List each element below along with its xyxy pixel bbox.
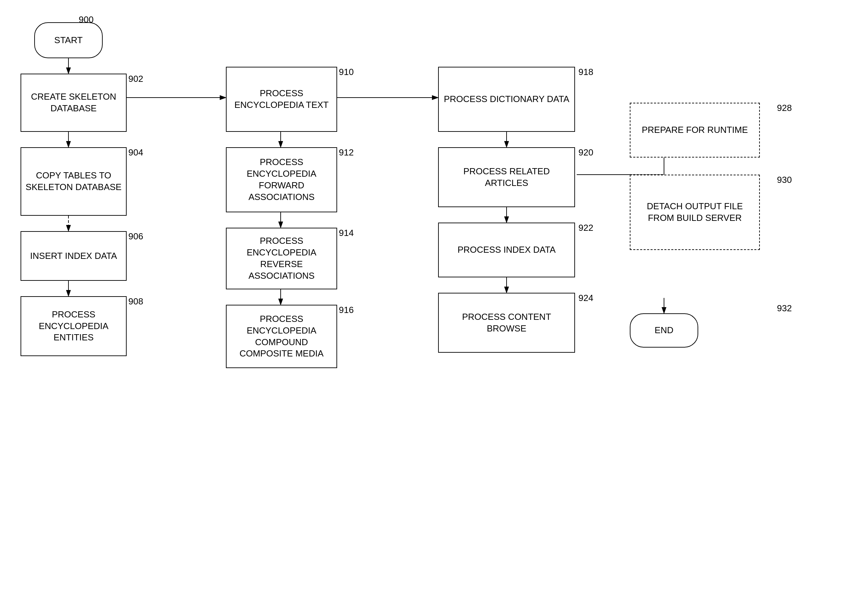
label-902: 902: [128, 73, 143, 84]
label-928: 928: [777, 103, 792, 113]
start-text: START: [55, 34, 83, 46]
label-918: 918: [578, 67, 593, 77]
node-908-text: PROCESS ENCYCLOPEDIA ENTITIES: [24, 309, 123, 343]
label-908: 908: [128, 296, 143, 307]
label-930: 930: [777, 175, 792, 185]
label-906: 906: [128, 231, 143, 242]
node-906-text: INSERT INDEX DATA: [30, 250, 117, 262]
arrows-svg: [0, 0, 868, 615]
node-920: PROCESS RELATED ARTICLES: [438, 147, 575, 207]
node-918: PROCESS DICTIONARY DATA: [438, 67, 575, 132]
node-930: DETACH OUTPUT FILE FROM BUILD SERVER: [630, 175, 760, 250]
node-930-text: DETACH OUTPUT FILE FROM BUILD SERVER: [633, 201, 756, 224]
node-928-text: PREPARE FOR RUNTIME: [642, 124, 748, 136]
node-914-text: PROCESS ENCYCLOPEDIA REVERSE ASSOCIATION…: [229, 235, 334, 281]
node-912: PROCESS ENCYCLOPEDIA FORWARD ASSOCIATION…: [226, 147, 337, 212]
node-902-text: CREATE SKELETON DATABASE: [24, 91, 123, 114]
node-916-text: PROCESS ENCYCLOPEDIA COMPOUND COMPOSITE …: [229, 313, 334, 359]
node-928: PREPARE FOR RUNTIME: [630, 103, 760, 158]
node-924: PROCESS CONTENT BROWSE: [438, 293, 575, 353]
end-text: END: [655, 325, 673, 336]
label-914: 914: [339, 228, 354, 238]
label-924: 924: [578, 293, 593, 303]
node-924-text: PROCESS CONTENT BROWSE: [441, 311, 572, 334]
label-920: 920: [578, 147, 593, 158]
start-node: START: [34, 22, 103, 58]
node-912-text: PROCESS ENCYCLOPEDIA FORWARD ASSOCIATION…: [229, 156, 334, 203]
label-904: 904: [128, 147, 143, 158]
label-916: 916: [339, 305, 354, 315]
node-910-text: PROCESS ENCYCLOPEDIA TEXT: [229, 87, 334, 111]
label-922: 922: [578, 223, 593, 233]
node-906: INSERT INDEX DATA: [20, 231, 127, 281]
end-node: END: [630, 313, 698, 348]
node-922: PROCESS INDEX DATA: [438, 223, 575, 277]
label-932: 932: [777, 303, 792, 314]
node-914: PROCESS ENCYCLOPEDIA REVERSE ASSOCIATION…: [226, 228, 337, 289]
node-918-text: PROCESS DICTIONARY DATA: [444, 94, 569, 105]
node-920-text: PROCESS RELATED ARTICLES: [441, 166, 572, 189]
node-916: PROCESS ENCYCLOPEDIA COMPOUND COMPOSITE …: [226, 305, 337, 368]
node-908: PROCESS ENCYCLOPEDIA ENTITIES: [20, 296, 127, 356]
node-904: COPY TABLES TO SKELETON DATABASE: [20, 147, 127, 216]
node-902: CREATE SKELETON DATABASE: [20, 73, 127, 132]
node-910: PROCESS ENCYCLOPEDIA TEXT: [226, 67, 337, 132]
node-922-text: PROCESS INDEX DATA: [458, 244, 556, 256]
label-910: 910: [339, 67, 354, 77]
label-912: 912: [339, 147, 354, 158]
flowchart-diagram: 900 START 902 CREATE SKELETON DATABASE 9…: [0, 0, 868, 615]
node-904-text: COPY TABLES TO SKELETON DATABASE: [24, 170, 123, 193]
